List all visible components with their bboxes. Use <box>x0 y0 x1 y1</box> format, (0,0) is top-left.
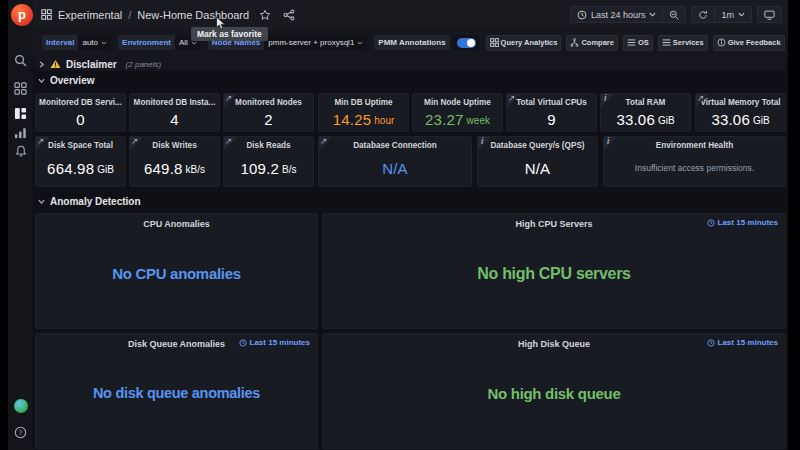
branch-icon <box>570 38 579 47</box>
panel-title: CPU Anomalies <box>36 219 317 229</box>
panel-link-icon[interactable]: ↗ <box>36 137 50 151</box>
time-range-badge[interactable]: Last 15 minutes <box>239 338 310 347</box>
panel-disk-queue-anomalies[interactable]: Disk Queue Anomalies Last 15 minutes No … <box>35 333 318 449</box>
stat-value: 0 <box>76 111 85 128</box>
interval-value: auto <box>82 35 98 50</box>
panel-title: Database Query/s (QPS) <box>478 141 597 150</box>
clock-icon <box>707 339 715 347</box>
time-range-badge[interactable]: Last 15 minutes <box>707 218 778 227</box>
disclaimer-panel-count: (2 panels) <box>126 60 162 69</box>
search-icon[interactable] <box>8 48 33 72</box>
stat-unit: week <box>467 115 490 126</box>
stat-panel-database-connection[interactable]: ↗ Database Connection N/A <box>318 136 472 187</box>
panel-link-icon[interactable]: ↗ <box>507 94 521 108</box>
anomaly-message: No high disk queue <box>323 385 785 402</box>
stat-panel-database-qps[interactable]: i Database Query/s (QPS) N/A <box>477 136 598 187</box>
chevron-down-icon[interactable] <box>38 198 45 205</box>
stat-value: N/A <box>382 160 408 177</box>
stat-value: 4 <box>170 111 179 128</box>
panel-title: Database Connection <box>319 141 471 150</box>
tv-mode-button[interactable] <box>757 6 782 23</box>
share-icon[interactable] <box>283 9 295 21</box>
panel-title: Min DB Uptime <box>319 98 408 107</box>
breadcrumb-section[interactable]: Experimental <box>58 9 122 21</box>
stat-panel-min-node-uptime[interactable]: Min Node Uptime 23.27week <box>412 93 503 132</box>
stat-panel-min-db-uptime[interactable]: Min DB Uptime 14.25hour <box>318 93 409 132</box>
help-icon[interactable]: ? <box>8 420 33 444</box>
panel-cpu-anomalies[interactable]: CPU Anomalies No CPU anomalies <box>35 213 318 329</box>
bars-icon <box>627 38 636 47</box>
breadcrumb-separator: / <box>128 9 131 21</box>
stat-value: 649.8 <box>144 160 183 177</box>
pmm-annotations-toggle[interactable] <box>457 38 476 48</box>
stat-panel-environment-health[interactable]: i Environment Health Insufficient access… <box>603 136 786 187</box>
panel-link-icon[interactable]: ↗ <box>224 94 238 108</box>
stat-panel-monitored-nodes[interactable]: ↗ Monitored Nodes 2 <box>223 93 314 132</box>
disclaimer-title[interactable]: Disclaimer <box>66 59 117 70</box>
breadcrumb-page[interactable]: New-Home Dashboard <box>137 9 249 21</box>
stat-panel-disk-writes[interactable]: ↗ Disk Writes 649.8kB/s <box>129 136 220 187</box>
panel-high-cpu-servers[interactable]: High CPU Servers Last 15 minutes No high… <box>322 213 786 329</box>
panel-link-icon[interactable]: ↗ <box>130 137 144 151</box>
stat-value: 664.98 <box>47 160 94 177</box>
top-navigation-bar: Experimental / New-Home Dashboard Last 2… <box>33 0 788 29</box>
stat-panel-total-ram[interactable]: i Total RAM 33.06GiB <box>600 93 691 132</box>
stat-value: 14.25 <box>333 111 372 128</box>
refresh-button[interactable] <box>691 6 715 23</box>
panel-link-icon[interactable]: ↗ <box>319 137 333 151</box>
give-feedback-button[interactable]: Give Feedback <box>713 35 785 51</box>
badge-label: Last 15 minutes <box>718 338 778 347</box>
clock-icon <box>707 219 715 227</box>
stat-unit: kB/s <box>186 164 205 175</box>
anomaly-detection-title[interactable]: Anomaly Detection <box>50 196 141 207</box>
dashboard-canvas: Disclaimer (2 panels) Overview Monitored… <box>33 56 788 450</box>
bell-icon[interactable] <box>8 139 33 163</box>
panel-link-icon[interactable]: ↗ <box>224 137 238 151</box>
anomaly-detection-row[interactable]: Anomaly Detection <box>38 194 141 208</box>
globe-icon[interactable] <box>8 394 33 418</box>
stat-panel-monitored-db-services[interactable]: Monitored DB Servi... 0 <box>35 93 126 132</box>
stat-value: 2 <box>264 111 273 128</box>
query-analytics-button[interactable]: Query Analytics <box>486 35 562 51</box>
dashboard-grid-icon[interactable] <box>41 9 52 20</box>
panel-info-icon[interactable]: i <box>478 137 492 151</box>
mouse-cursor <box>215 16 226 35</box>
stat-panel-total-virtual-cpus[interactable]: ↗ Total Virtual CPUs 9 <box>506 93 597 132</box>
clock-icon <box>239 339 247 347</box>
interval-variable[interactable]: Interval auto <box>42 35 111 50</box>
stat-panel-disk-reads[interactable]: ↗ Disk Reads 109.2B/s <box>223 136 314 187</box>
overview-title[interactable]: Overview <box>50 75 94 86</box>
zoom-out-button[interactable] <box>663 6 686 23</box>
stat-panel-virtual-memory-total[interactable]: ↗ Virtual Memory Total 33.06GiB <box>695 93 786 132</box>
os-button[interactable]: OS <box>623 35 653 51</box>
overview-row[interactable]: Overview <box>38 73 94 87</box>
panel-title: Monitored DB Servi... <box>36 98 125 107</box>
chevron-right-icon[interactable] <box>38 61 45 68</box>
chevron-down-icon <box>738 12 745 17</box>
compare-label: Compare <box>581 38 614 47</box>
environment-variable[interactable]: Environment All <box>118 35 201 50</box>
badge-label: Last 15 minutes <box>718 218 778 227</box>
chevron-down-icon[interactable] <box>38 77 45 84</box>
stat-value: N/A <box>525 160 551 177</box>
percona-logo-icon[interactable]: p <box>11 4 33 26</box>
compare-button[interactable]: Compare <box>566 35 618 51</box>
panel-link-icon[interactable]: ↗ <box>696 94 710 108</box>
stat-value: 33.06 <box>711 111 750 128</box>
stat-unit: GiB <box>658 115 675 126</box>
apps-grid-icon[interactable] <box>8 76 33 100</box>
stat-panel-disk-space-total[interactable]: ↗ Disk Space Total 664.98GiB <box>35 136 126 187</box>
anomaly-message: No disk queue anomalies <box>36 385 317 401</box>
services-button[interactable]: Services <box>658 35 708 51</box>
anomaly-message: No high CPU servers <box>323 265 785 283</box>
panel-info-icon[interactable]: i <box>604 137 618 151</box>
panel-high-disk-queue[interactable]: High Disk Queue Last 15 minutes No high … <box>322 333 786 449</box>
panel-info-icon[interactable]: i <box>601 94 615 108</box>
sidebar: p ? <box>8 0 33 450</box>
refresh-interval-picker[interactable]: 1m <box>715 6 752 23</box>
query-analytics-label: Query Analytics <box>501 38 558 47</box>
star-icon[interactable] <box>259 9 271 21</box>
time-range-picker[interactable]: Last 24 hours <box>570 6 664 23</box>
stat-panel-monitored-db-instances[interactable]: Monitored DB Insta... 4 <box>129 93 220 132</box>
time-range-badge[interactable]: Last 15 minutes <box>707 338 778 347</box>
